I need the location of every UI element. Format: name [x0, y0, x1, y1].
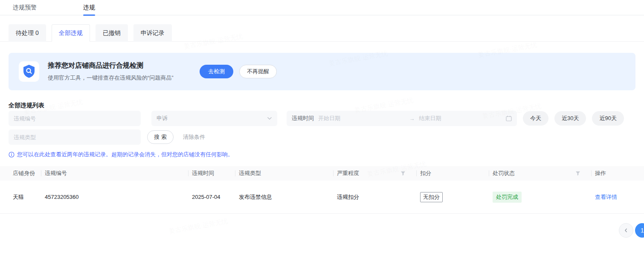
cell-actions: 查看详情	[595, 193, 644, 201]
compliance-banner: 推荐您对店铺商品进行合规检测 使用官方工具，一键排查存在违规风险的“问题商品” …	[9, 53, 635, 90]
pagination-page-1[interactable]: 1	[635, 223, 644, 238]
status-badge: 处罚完成	[493, 192, 522, 203]
notice-text: 您可以在此处查看近两年的违规记录。超期的记录会消失，但对您的店铺没有任何影响。	[17, 151, 233, 158]
start-date-input[interactable]: 开始日期	[318, 115, 405, 122]
col-penalty-status: 处罚状态	[493, 166, 595, 181]
calendar-icon	[506, 115, 512, 121]
col-violation-type: 违规类型	[239, 166, 337, 181]
violations-table: 店铺身份 违规编号 违规时间 违规类型 严重程度 扣分 处罚状态 操作 天猫 4…	[0, 166, 644, 214]
violation-id-input[interactable]	[9, 111, 141, 126]
chevron-down-icon	[267, 117, 272, 120]
cell-penalty-status: 处罚完成	[493, 192, 595, 203]
subtab-appeal-records[interactable]: 申诉记录	[133, 24, 172, 42]
col-severity: 严重程度	[337, 166, 420, 181]
quick-filter-30days[interactable]: 近30天	[554, 111, 586, 126]
filter-funnel-icon[interactable]	[400, 171, 406, 176]
quick-filter-90days[interactable]: 近90天	[592, 111, 624, 126]
end-date-input[interactable]: 结束日期	[419, 115, 506, 122]
shield-search-icon	[19, 61, 39, 82]
cell-violation-type: 发布违禁信息	[239, 193, 337, 201]
dismiss-reminder-button[interactable]: 不再提醒	[239, 65, 277, 78]
col-violation-time: 违规时间	[192, 166, 239, 181]
banner-text: 推荐您对店铺商品进行合规检测 使用官方工具，一键排查存在违规风险的“问题商品”	[48, 61, 200, 82]
filter-row-2: 搜 索 清除条件	[9, 129, 635, 145]
chevron-left-icon	[623, 227, 629, 233]
col-violation-id: 违规编号	[45, 166, 192, 181]
cell-violation-id: 45723205360	[45, 194, 192, 200]
banner-subtitle: 使用官方工具，一键排查存在违规风险的“问题商品”	[48, 74, 200, 82]
col-actions: 操作	[595, 166, 644, 181]
violation-type-input[interactable]	[9, 129, 141, 145]
tab-violation[interactable]: 违规	[83, 0, 95, 15]
subtab-revoked[interactable]: 已撤销	[96, 24, 128, 42]
cell-severity: 违规扣分	[337, 193, 420, 201]
subtab-all-violations[interactable]: 全部违规	[52, 24, 90, 42]
table-header: 店铺身份 违规编号 违规时间 违规类型 严重程度 扣分 处罚状态 操作	[0, 166, 644, 181]
clear-conditions-button[interactable]: 清除条件	[183, 133, 205, 141]
cell-points: 无扣分	[420, 192, 493, 202]
list-section-title: 全部违规列表	[9, 101, 644, 109]
col-store-identity: 店铺身份	[13, 166, 45, 181]
appeal-select[interactable]: 申诉	[151, 111, 277, 126]
pagination-prev-button[interactable]	[619, 223, 633, 238]
filter-funnel-icon[interactable]	[575, 171, 580, 176]
quick-filter-today[interactable]: 今天	[523, 111, 548, 126]
date-range-label: 违规时间	[292, 115, 314, 122]
filter-row-1: 申诉 违规时间 开始日期 → 结束日期 今天 近30天 近90天	[9, 111, 635, 126]
view-details-link[interactable]: 查看详情	[595, 194, 617, 200]
search-button[interactable]: 搜 索	[147, 130, 174, 144]
appeal-select-value: 申诉	[157, 115, 267, 122]
table-row: 天猫 45723205360 2025-07-04 发布违禁信息 违规扣分 无扣…	[0, 181, 644, 214]
cell-violation-time: 2025-07-04	[192, 194, 239, 200]
info-icon	[9, 152, 15, 158]
violation-date-range[interactable]: 违规时间 开始日期 → 结束日期	[287, 111, 517, 126]
subtab-pending[interactable]: 待处理 0	[9, 24, 46, 42]
sub-tab-bar: 待处理 0 全部违规 已撤销 申诉记录	[0, 15, 644, 42]
record-retention-notice: 您可以在此处查看近两年的违规记录。超期的记录会消失，但对您的店铺没有任何影响。	[9, 151, 644, 158]
cell-store-identity: 天猫	[13, 193, 45, 201]
points-badge: 无扣分	[420, 192, 443, 202]
col-points: 扣分	[420, 166, 493, 181]
top-nav: 违规预警 违规	[0, 0, 644, 15]
banner-title: 推荐您对店铺商品进行合规检测	[48, 61, 200, 70]
go-check-button[interactable]: 去检测	[200, 65, 233, 78]
range-arrow-icon: →	[409, 115, 415, 122]
tab-violation-warning[interactable]: 违规预警	[13, 0, 37, 15]
watermark: 姜古乐旗舰·运营无忧	[168, 217, 228, 235]
